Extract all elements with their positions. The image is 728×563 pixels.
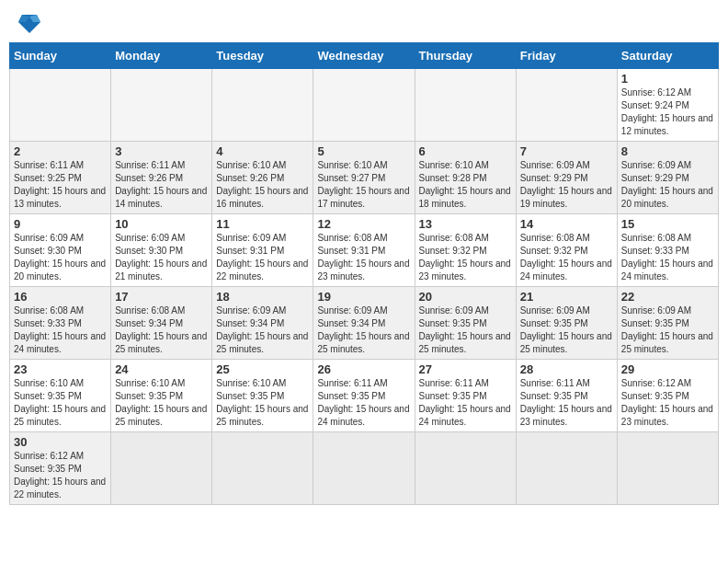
day-number: 20 xyxy=(419,290,512,304)
calendar-cell xyxy=(111,69,212,142)
week-row-4: 23Sunrise: 6:10 AM Sunset: 9:35 PM Dayli… xyxy=(10,360,719,432)
header-sunday: Sunday xyxy=(10,43,111,69)
calendar-cell: 15Sunrise: 6:08 AM Sunset: 9:33 PM Dayli… xyxy=(617,214,718,287)
day-number: 14 xyxy=(520,217,613,231)
day-info: Sunrise: 6:12 AM Sunset: 9:35 PM Dayligh… xyxy=(14,450,107,501)
day-number: 8 xyxy=(621,144,714,158)
day-info: Sunrise: 6:08 AM Sunset: 9:33 PM Dayligh… xyxy=(621,232,714,283)
header-thursday: Thursday xyxy=(415,43,516,69)
day-number: 24 xyxy=(115,362,208,376)
calendar-cell: 27Sunrise: 6:11 AM Sunset: 9:35 PM Dayli… xyxy=(415,360,516,432)
header-wednesday: Wednesday xyxy=(313,43,415,69)
calendar-cell xyxy=(111,432,212,505)
calendar-cell: 7Sunrise: 6:09 AM Sunset: 9:29 PM Daylig… xyxy=(516,142,617,214)
day-number: 7 xyxy=(520,144,613,158)
day-info: Sunrise: 6:12 AM Sunset: 9:35 PM Dayligh… xyxy=(621,377,714,429)
calendar-cell: 24Sunrise: 6:10 AM Sunset: 9:35 PM Dayli… xyxy=(111,360,212,432)
day-number: 23 xyxy=(14,362,107,376)
calendar-cell: 9Sunrise: 6:09 AM Sunset: 9:30 PM Daylig… xyxy=(10,214,111,287)
calendar-cell: 28Sunrise: 6:11 AM Sunset: 9:35 PM Dayli… xyxy=(516,360,617,432)
calendar-cell xyxy=(313,432,415,505)
calendar-cell xyxy=(212,69,313,142)
calendar-cell: 11Sunrise: 6:09 AM Sunset: 9:31 PM Dayli… xyxy=(212,214,313,287)
day-number: 29 xyxy=(621,362,714,376)
calendar-cell: 5Sunrise: 6:10 AM Sunset: 9:27 PM Daylig… xyxy=(313,142,415,214)
day-info: Sunrise: 6:10 AM Sunset: 9:35 PM Dayligh… xyxy=(216,377,309,429)
day-info: Sunrise: 6:09 AM Sunset: 9:30 PM Dayligh… xyxy=(14,232,107,283)
day-number: 11 xyxy=(216,217,309,231)
day-number: 1 xyxy=(621,72,714,86)
day-number: 25 xyxy=(216,362,309,376)
day-info: Sunrise: 6:11 AM Sunset: 9:35 PM Dayligh… xyxy=(419,377,512,429)
logo xyxy=(13,9,44,35)
calendar-cell: 12Sunrise: 6:08 AM Sunset: 9:31 PM Dayli… xyxy=(313,214,415,287)
calendar-cell xyxy=(415,432,516,505)
calendar-cell xyxy=(415,69,516,142)
calendar-cell xyxy=(516,432,617,505)
calendar-cell: 16Sunrise: 6:08 AM Sunset: 9:33 PM Dayli… xyxy=(10,287,111,360)
calendar-cell: 29Sunrise: 6:12 AM Sunset: 9:35 PM Dayli… xyxy=(617,360,718,432)
week-row-2: 9Sunrise: 6:09 AM Sunset: 9:30 PM Daylig… xyxy=(10,214,719,287)
day-number: 4 xyxy=(216,144,309,158)
calendar-cell xyxy=(313,69,415,142)
day-info: Sunrise: 6:10 AM Sunset: 9:26 PM Dayligh… xyxy=(216,159,309,211)
calendar-cell: 21Sunrise: 6:09 AM Sunset: 9:35 PM Dayli… xyxy=(516,287,617,360)
day-number: 26 xyxy=(317,362,410,376)
day-number: 2 xyxy=(14,144,107,158)
calendar: SundayMondayTuesdayWednesdayThursdayFrid… xyxy=(9,42,719,505)
day-info: Sunrise: 6:11 AM Sunset: 9:25 PM Dayligh… xyxy=(14,159,107,211)
calendar-cell: 17Sunrise: 6:08 AM Sunset: 9:34 PM Dayli… xyxy=(111,287,212,360)
day-number: 9 xyxy=(14,217,107,231)
calendar-cell: 18Sunrise: 6:09 AM Sunset: 9:34 PM Dayli… xyxy=(212,287,313,360)
header-saturday: Saturday xyxy=(617,43,718,69)
calendar-cell: 26Sunrise: 6:11 AM Sunset: 9:35 PM Dayli… xyxy=(313,360,415,432)
day-number: 6 xyxy=(419,144,512,158)
day-info: Sunrise: 6:09 AM Sunset: 9:35 PM Dayligh… xyxy=(419,304,512,356)
calendar-cell: 14Sunrise: 6:08 AM Sunset: 9:32 PM Dayli… xyxy=(516,214,617,287)
day-number: 18 xyxy=(216,290,309,304)
calendar-cell xyxy=(212,432,313,505)
day-info: Sunrise: 6:11 AM Sunset: 9:35 PM Dayligh… xyxy=(520,377,613,429)
calendar-cell: 19Sunrise: 6:09 AM Sunset: 9:34 PM Dayli… xyxy=(313,287,415,360)
day-number: 19 xyxy=(317,290,410,304)
calendar-cell: 30Sunrise: 6:12 AM Sunset: 9:35 PM Dayli… xyxy=(10,432,111,505)
day-info: Sunrise: 6:08 AM Sunset: 9:34 PM Dayligh… xyxy=(115,304,208,356)
day-info: Sunrise: 6:08 AM Sunset: 9:31 PM Dayligh… xyxy=(317,232,410,283)
day-info: Sunrise: 6:09 AM Sunset: 9:34 PM Dayligh… xyxy=(317,304,410,356)
header-friday: Friday xyxy=(516,43,617,69)
day-info: Sunrise: 6:09 AM Sunset: 9:29 PM Dayligh… xyxy=(520,159,613,211)
calendar-cell: 6Sunrise: 6:10 AM Sunset: 9:28 PM Daylig… xyxy=(415,142,516,214)
calendar-cell: 4Sunrise: 6:10 AM Sunset: 9:26 PM Daylig… xyxy=(212,142,313,214)
week-row-1: 2Sunrise: 6:11 AM Sunset: 9:25 PM Daylig… xyxy=(10,142,719,214)
day-number: 5 xyxy=(317,144,410,158)
calendar-cell: 20Sunrise: 6:09 AM Sunset: 9:35 PM Dayli… xyxy=(415,287,516,360)
day-number: 16 xyxy=(14,290,107,304)
day-info: Sunrise: 6:10 AM Sunset: 9:35 PM Dayligh… xyxy=(14,377,107,429)
day-info: Sunrise: 6:08 AM Sunset: 9:32 PM Dayligh… xyxy=(419,232,512,283)
calendar-cell: 3Sunrise: 6:11 AM Sunset: 9:26 PM Daylig… xyxy=(111,142,212,214)
day-number: 12 xyxy=(317,217,410,231)
day-info: Sunrise: 6:09 AM Sunset: 9:31 PM Dayligh… xyxy=(216,232,309,283)
calendar-cell xyxy=(617,432,718,505)
day-info: Sunrise: 6:08 AM Sunset: 9:32 PM Dayligh… xyxy=(520,232,613,283)
calendar-cell: 1Sunrise: 6:12 AM Sunset: 9:24 PM Daylig… xyxy=(617,69,718,142)
day-number: 10 xyxy=(115,217,208,231)
calendar-cell xyxy=(516,69,617,142)
header-tuesday: Tuesday xyxy=(212,43,313,69)
calendar-cell: 23Sunrise: 6:10 AM Sunset: 9:35 PM Dayli… xyxy=(10,360,111,432)
day-number: 15 xyxy=(621,217,714,231)
day-number: 17 xyxy=(115,290,208,304)
calendar-cell: 13Sunrise: 6:08 AM Sunset: 9:32 PM Dayli… xyxy=(415,214,516,287)
week-row-3: 16Sunrise: 6:08 AM Sunset: 9:33 PM Dayli… xyxy=(10,287,719,360)
day-info: Sunrise: 6:11 AM Sunset: 9:35 PM Dayligh… xyxy=(317,377,410,429)
calendar-cell xyxy=(10,69,111,142)
day-info: Sunrise: 6:08 AM Sunset: 9:33 PM Dayligh… xyxy=(14,304,107,356)
day-info: Sunrise: 6:09 AM Sunset: 9:30 PM Dayligh… xyxy=(115,232,208,283)
day-info: Sunrise: 6:10 AM Sunset: 9:27 PM Dayligh… xyxy=(317,159,410,211)
day-info: Sunrise: 6:09 AM Sunset: 9:35 PM Dayligh… xyxy=(621,304,714,356)
day-number: 21 xyxy=(520,290,613,304)
page-header xyxy=(9,9,719,35)
day-info: Sunrise: 6:10 AM Sunset: 9:35 PM Dayligh… xyxy=(115,377,208,429)
day-number: 28 xyxy=(520,362,613,376)
week-row-0: 1Sunrise: 6:12 AM Sunset: 9:24 PM Daylig… xyxy=(10,69,719,142)
